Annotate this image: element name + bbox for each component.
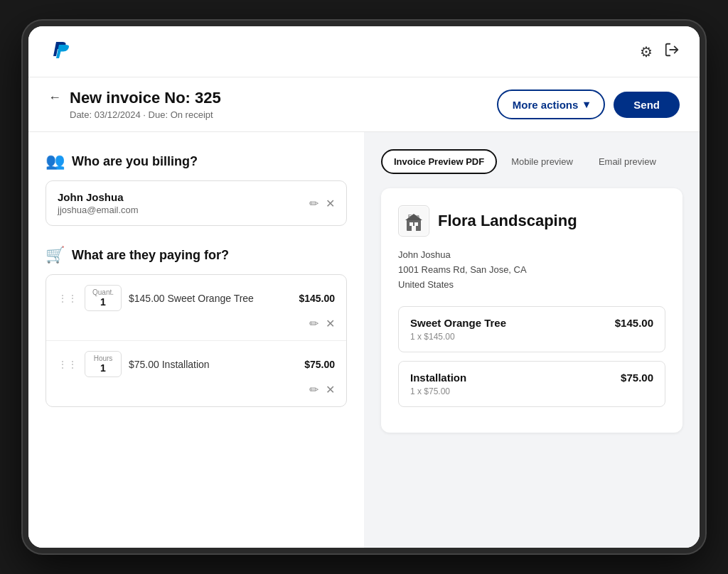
drag-handle-icon[interactable]: ⋮⋮ — [58, 293, 77, 304]
tab-email-preview[interactable]: Email preview — [587, 151, 668, 173]
edit-billing-icon[interactable]: ✏ — [309, 197, 318, 210]
preview-item-sub: 1 x $145.00 — [410, 332, 653, 342]
more-actions-button[interactable]: More actions ▾ — [497, 90, 606, 119]
edit-item-icon[interactable]: ✏ — [309, 383, 318, 396]
item-actions: ✏ ✕ — [58, 317, 335, 330]
preview-client-address2: United States — [398, 278, 665, 293]
items-section-heading: 🛒 What are they paying for? — [46, 246, 347, 264]
item-top: ⋮⋮ Quant. 1 $145.00 Sweet Orange Tree $1… — [58, 285, 335, 311]
quantity-box: Quant. 1 — [85, 285, 122, 311]
preview-tabs: Invoice Preview PDF Mobile preview Email… — [381, 149, 682, 174]
svg-rect-5 — [414, 222, 418, 226]
quantity-label: Quant. — [91, 288, 115, 296]
quantity-box: Hours 1 — [85, 351, 122, 377]
item-name: $75.00 Installation — [129, 359, 297, 370]
left-panel: 👥 Who are you billing? John Joshua jjosh… — [28, 132, 364, 548]
paypal-logo — [48, 36, 74, 67]
item-price: $75.00 — [304, 359, 335, 370]
item-name: $145.00 Sweet Orange Tree — [129, 293, 291, 304]
company-logo: Flora — [398, 205, 429, 237]
top-bar: ⚙ — [28, 26, 700, 77]
tab-invoice-pdf[interactable]: Invoice Preview PDF — [381, 149, 497, 174]
billing-icon: 👥 — [46, 152, 65, 170]
more-actions-label: More actions — [513, 99, 579, 111]
logout-icon[interactable] — [664, 42, 680, 61]
right-panel: Invoice Preview PDF Mobile preview Email… — [364, 132, 700, 548]
billing-card: John Joshua jjoshua@email.com ✏ ✕ — [46, 180, 347, 226]
drag-handle-icon[interactable]: ⋮⋮ — [58, 359, 77, 370]
cart-icon: 🛒 — [46, 246, 65, 264]
tab-mobile-preview[interactable]: Mobile preview — [500, 151, 584, 173]
client-email: jjoshua@email.com — [58, 205, 139, 215]
preview-item-price: $145.00 — [615, 317, 653, 329]
preview-card: Flora Flora Landscaping John Joshua — [381, 188, 682, 433]
quantity-value: 1 — [91, 296, 115, 308]
invoice-date: Date: 03/12/2024 · Due: On receipt — [70, 109, 221, 120]
send-button[interactable]: Send — [614, 92, 680, 118]
invoice-title: New invoice No: 325 — [70, 89, 221, 107]
billing-title: Who are you billing? — [72, 154, 198, 169]
company-header: Flora Flora Landscaping — [398, 205, 665, 237]
quantity-label: Hours — [91, 354, 115, 362]
invoice-title-section: ← New invoice No: 325 Date: 03/12/2024 ·… — [48, 89, 221, 120]
item-top: ⋮⋮ Hours 1 $75.00 Installation $75.00 — [58, 351, 335, 377]
header-actions: More actions ▾ Send — [497, 90, 680, 119]
svg-rect-4 — [410, 222, 413, 226]
preview-item-card: Sweet Orange Tree $145.00 1 x $145.00 — [398, 306, 665, 352]
preview-item-top: Installation $75.00 — [410, 372, 653, 384]
client-name: John Joshua — [58, 191, 139, 203]
preview-item-top: Sweet Orange Tree $145.00 — [410, 317, 653, 329]
billing-info: John Joshua jjoshua@email.com — [58, 191, 139, 215]
company-name: Flora Landscaping — [438, 212, 577, 230]
item-row: ⋮⋮ Hours 1 $75.00 Installation $75.00 ✏ … — [46, 341, 346, 406]
billing-card-actions: ✏ ✕ — [309, 197, 335, 210]
svg-rect-6 — [412, 226, 416, 231]
items-title: What are they paying for? — [72, 248, 229, 263]
preview-client-address1: 1001 Reams Rd, San Jose, CA — [398, 263, 665, 278]
client-info: John Joshua 1001 Reams Rd, San Jose, CA … — [398, 248, 665, 292]
remove-item-icon[interactable]: ✕ — [326, 383, 335, 396]
quantity-value: 1 — [91, 362, 115, 374]
preview-item-sub: 1 x $75.00 — [410, 386, 653, 396]
preview-item-card: Installation $75.00 1 x $75.00 — [398, 361, 665, 407]
device-frame: ⚙ ← New invoice No: 325 Date: 03/12/2024… — [23, 21, 705, 553]
settings-icon[interactable]: ⚙ — [640, 43, 653, 60]
top-icons: ⚙ — [640, 42, 680, 61]
item-row: ⋮⋮ Quant. 1 $145.00 Sweet Orange Tree $1… — [46, 275, 346, 341]
preview-item-price: $75.00 — [621, 372, 653, 384]
billing-section-heading: 👥 Who are you billing? — [46, 152, 347, 170]
invoice-header: ← New invoice No: 325 Date: 03/12/2024 ·… — [28, 77, 700, 132]
item-price: $145.00 — [299, 293, 335, 304]
remove-item-icon[interactable]: ✕ — [326, 317, 335, 330]
item-actions: ✏ ✕ — [58, 383, 335, 396]
remove-billing-icon[interactable]: ✕ — [326, 197, 335, 210]
preview-client-name: John Joshua — [398, 248, 665, 263]
items-container: ⋮⋮ Quant. 1 $145.00 Sweet Orange Tree $1… — [46, 274, 347, 407]
edit-item-icon[interactable]: ✏ — [309, 317, 318, 330]
chevron-down-icon: ▾ — [584, 98, 589, 111]
back-button[interactable]: ← — [48, 90, 61, 105]
preview-item-name: Installation — [410, 372, 466, 384]
main-content: 👥 Who are you billing? John Joshua jjosh… — [28, 132, 700, 548]
preview-item-name: Sweet Orange Tree — [410, 317, 506, 329]
